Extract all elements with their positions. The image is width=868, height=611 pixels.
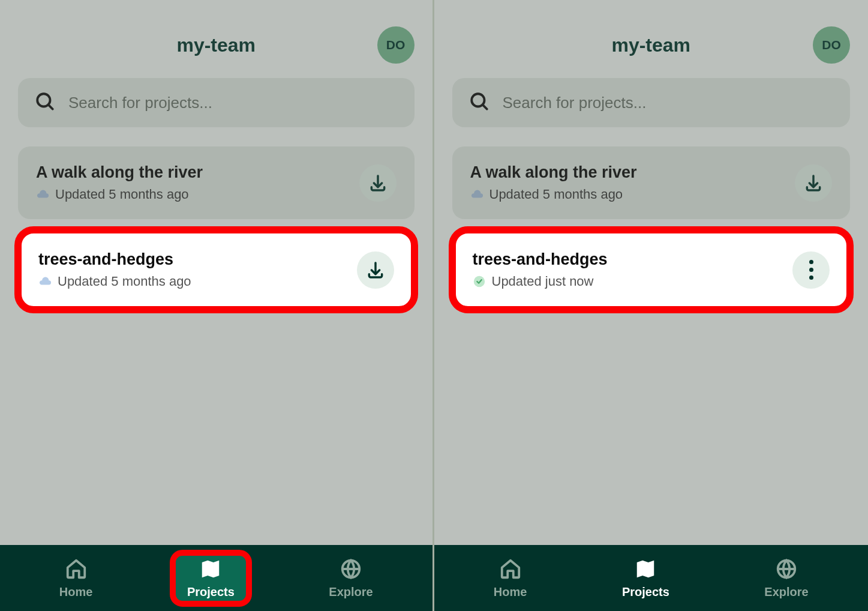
more-vertical-icon	[809, 260, 813, 280]
nav-projects[interactable]: Projects	[608, 553, 684, 604]
project-title: trees-and-hedges	[38, 250, 191, 269]
search-bar[interactable]	[452, 78, 851, 127]
home-icon	[65, 558, 88, 583]
search-icon	[35, 91, 55, 114]
nav-label: Projects	[622, 585, 669, 599]
globe-icon	[340, 558, 362, 583]
team-name: my-team	[176, 34, 256, 56]
more-menu-button[interactable]	[792, 251, 830, 289]
avatar[interactable]: DO	[813, 26, 850, 64]
project-updated: Updated just now	[492, 274, 594, 289]
project-title: A walk along the river	[470, 163, 637, 182]
left-pane: my-team DO A walk along the river	[0, 0, 434, 611]
right-pane: my-team DO A walk along the river	[434, 0, 869, 611]
project-title: trees-and-hedges	[473, 250, 608, 269]
nav-label: Home	[59, 585, 93, 599]
search-bar[interactable]	[18, 78, 415, 127]
search-icon	[469, 91, 489, 114]
avatar[interactable]: DO	[377, 26, 415, 64]
download-button[interactable]	[357, 251, 394, 289]
svg-line-5	[482, 105, 486, 109]
nav-home[interactable]: Home	[479, 553, 542, 604]
nav-explore[interactable]: Explore	[750, 553, 822, 604]
nav-projects[interactable]: Projects	[173, 553, 249, 604]
header: my-team DO	[18, 18, 415, 72]
project-updated: Updated 5 months ago	[55, 187, 189, 202]
search-input[interactable]	[68, 94, 398, 112]
bottom-nav: Home Projects Explore	[0, 545, 433, 611]
nav-explore[interactable]: Explore	[314, 553, 387, 604]
project-card[interactable]: A walk along the river Updated 5 months …	[18, 146, 415, 219]
download-button[interactable]	[359, 164, 397, 202]
nav-label: Explore	[764, 585, 808, 599]
project-updated: Updated 5 months ago	[489, 187, 623, 202]
home-icon	[499, 558, 522, 583]
project-card-highlighted[interactable]: trees-and-hedges Updated 5 months ago	[18, 230, 415, 310]
map-icon	[199, 558, 222, 583]
project-card-highlighted[interactable]: trees-and-hedges Updated just now	[452, 230, 851, 310]
cloud-icon	[36, 188, 49, 201]
bottom-nav: Home Projects Explore	[434, 545, 869, 611]
check-circle-icon	[473, 275, 486, 288]
svg-line-1	[49, 105, 53, 109]
cloud-icon	[38, 275, 52, 288]
project-title: A walk along the river	[36, 163, 203, 182]
map-icon	[634, 558, 657, 583]
cloud-icon	[470, 188, 483, 201]
header: my-team DO	[452, 18, 851, 72]
nav-home[interactable]: Home	[45, 553, 107, 604]
globe-icon	[775, 558, 798, 583]
nav-label: Home	[494, 585, 527, 599]
team-name: my-team	[611, 34, 690, 56]
search-input[interactable]	[503, 94, 834, 112]
project-updated: Updated 5 months ago	[58, 274, 191, 289]
nav-label: Projects	[187, 585, 235, 599]
nav-label: Explore	[329, 585, 373, 599]
project-card[interactable]: A walk along the river Updated 5 months …	[452, 146, 851, 219]
download-button[interactable]	[795, 164, 832, 202]
